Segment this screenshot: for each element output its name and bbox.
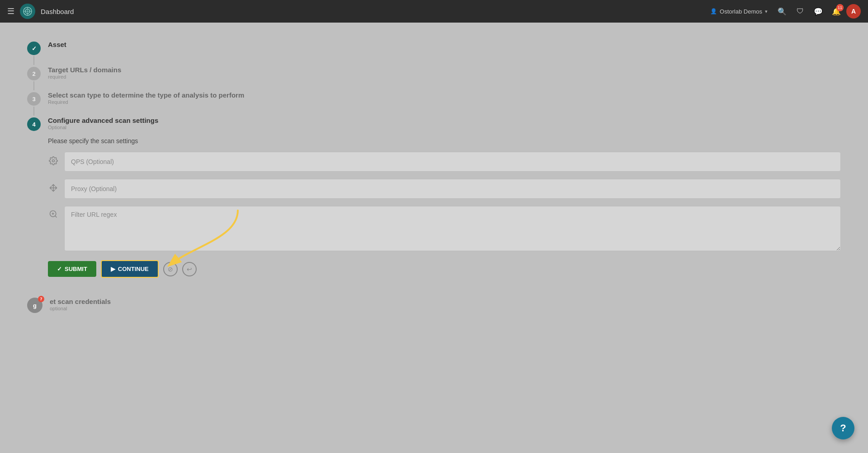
user-name: Ostorlab Demos	[720, 8, 762, 15]
continue-label: CONTINUE	[118, 266, 149, 272]
step-3-subtitle: Required	[48, 99, 841, 105]
help-button[interactable]: ?	[832, 417, 854, 439]
proxy-field-row	[48, 179, 841, 199]
step-4-content: Configure advanced scan settings Optiona…	[48, 117, 841, 287]
continue-play-icon: ▶	[111, 266, 115, 272]
step-5-title: et scan credentials	[50, 298, 841, 305]
submit-button[interactable]: ✓ SUBMIT	[48, 261, 96, 277]
chat-icon: 💬	[814, 7, 823, 16]
buttons-row: ✓ SUBMIT ▶ CONTINUE ⊘ ↩	[48, 260, 841, 278]
step-5: g 7 et scan credentials optional	[27, 298, 841, 313]
secondary-icon: ↩	[187, 266, 192, 273]
nav-left: ☰ Dashboard	[7, 4, 74, 19]
filter-regex-field-row	[48, 206, 841, 251]
step-5-badge: 7	[38, 296, 44, 302]
step-5-content: et scan credentials optional	[50, 298, 841, 311]
step-2-connector	[33, 81, 34, 90]
notification-badge: 11	[836, 4, 844, 11]
step-3: 3 Select scan type to determine the type…	[27, 91, 841, 106]
step-4: 4 Configure advanced scan settings Optio…	[27, 117, 841, 287]
avatar[interactable]: A	[846, 4, 861, 19]
step-5-avatar: g 7	[27, 298, 42, 313]
step-4-title: Configure advanced scan settings	[48, 117, 841, 124]
step-1-connector	[33, 56, 34, 65]
search-icon: 🔍	[778, 7, 787, 16]
submit-label: SUBMIT	[65, 266, 87, 272]
step-3-content: Select scan type to determine the type o…	[48, 91, 841, 105]
nav-right: 👤 Ostorlab Demos ▾ 🔍 🛡 💬 🔔 11 A	[706, 3, 861, 19]
step-1-title: Asset	[48, 41, 841, 48]
continue-button[interactable]: ▶ CONTINUE	[101, 260, 159, 278]
step-2-subtitle: required	[48, 74, 841, 79]
step-5-subtitle: optional	[50, 306, 841, 311]
shield-button[interactable]: 🛡	[792, 3, 808, 19]
main-content: ✓ Asset 2 Target URLs / domains required…	[0, 23, 868, 453]
cancel-button[interactable]: ⊘	[163, 262, 178, 276]
step-4-number: 4	[27, 117, 41, 131]
help-icon: ?	[840, 422, 846, 434]
filter-regex-input[interactable]	[64, 206, 841, 251]
step-1-number: ✓	[27, 42, 41, 55]
step-2-number: 2	[27, 67, 41, 80]
scan-settings-label: Please specify the scan settings	[48, 137, 841, 145]
shield-icon: 🛡	[797, 7, 804, 15]
chat-button[interactable]: 💬	[810, 3, 826, 19]
stepper: ✓ Asset 2 Target URLs / domains required…	[27, 41, 841, 324]
proxy-input[interactable]	[64, 179, 841, 199]
step-4-expanded: Please specify the scan settings	[48, 137, 841, 278]
step-2: 2 Target URLs / domains required	[27, 66, 841, 80]
notifications-button[interactable]: 🔔 11	[828, 3, 844, 19]
submit-check-icon: ✓	[57, 266, 62, 272]
step-2-title: Target URLs / domains	[48, 66, 841, 74]
buttons-container: ✓ SUBMIT ▶ CONTINUE ⊘ ↩	[48, 260, 841, 278]
top-navigation: ☰ Dashboard 👤 Ostorlab Demos ▾ 🔍 🛡 💬 �	[0, 0, 868, 23]
user-menu[interactable]: 👤 Ostorlab Demos ▾	[706, 6, 772, 17]
step-1-content: Asset	[48, 41, 841, 48]
step-3-number: 3	[27, 92, 41, 106]
qps-icon	[48, 156, 59, 168]
qps-input[interactable]	[64, 152, 841, 172]
step-5-icon-container: g 7	[27, 298, 42, 313]
svg-line-8	[55, 216, 57, 218]
secondary-action-button[interactable]: ↩	[182, 262, 197, 276]
qps-field-row	[48, 152, 841, 172]
search-button[interactable]: 🔍	[774, 3, 790, 19]
filter-icon	[48, 210, 59, 221]
step-4-subtitle: Optional	[48, 125, 841, 130]
proxy-icon	[48, 183, 59, 195]
step-2-content: Target URLs / domains required	[48, 66, 841, 79]
hamburger-icon[interactable]: ☰	[7, 6, 14, 16]
nav-title: Dashboard	[41, 8, 74, 15]
svg-point-4	[52, 159, 55, 162]
cancel-icon: ⊘	[168, 266, 173, 273]
logo-icon	[20, 4, 35, 19]
step-3-title: Select scan type to determine the type o…	[48, 91, 841, 99]
step-3-connector	[33, 107, 34, 116]
step-1: ✓ Asset	[27, 41, 841, 55]
